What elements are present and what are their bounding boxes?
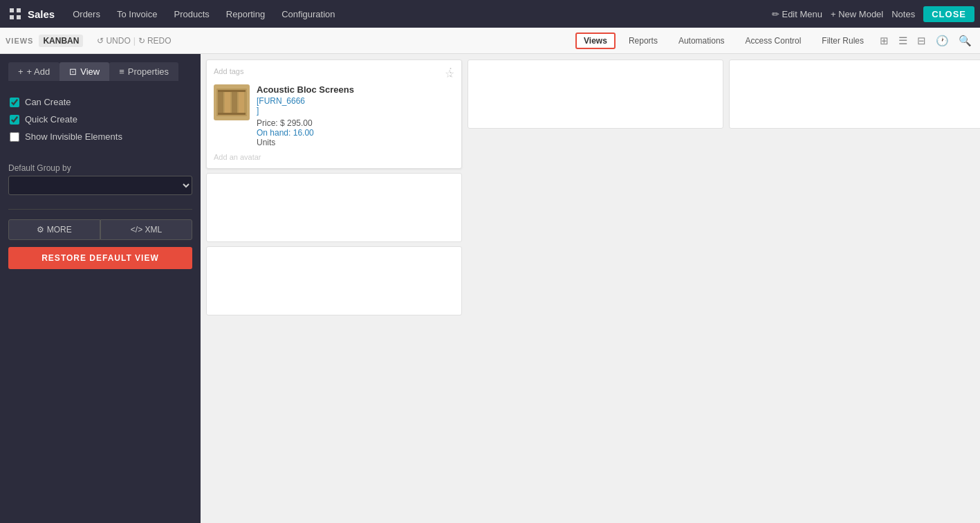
can-create-label: Can Create (25, 97, 71, 107)
nav-to-invoice[interactable]: To Invoice (110, 6, 165, 22)
show-invisible-checkbox[interactable] (10, 132, 19, 142)
xml-button[interactable]: </> XML (100, 219, 192, 240)
nav-reporting[interactable]: Reporting (219, 6, 272, 22)
app-name: Sales (28, 8, 55, 20)
kanban-column-2 (468, 59, 723, 475)
kanban-area: Add tags ⋮ ☆ (201, 54, 980, 523)
nav-configuration[interactable]: Configuration (275, 6, 342, 22)
quick-create-label: Quick Create (25, 114, 77, 125)
clock-icon[interactable]: 🕐 (933, 33, 952, 48)
views-label: VIEWS (6, 37, 33, 45)
kanban-empty-card-2 (206, 246, 462, 315)
svg-rect-7 (232, 90, 237, 115)
filter-rules-toolbar-button[interactable]: Filter Rules (814, 33, 871, 48)
default-group-by-select[interactable] (8, 176, 192, 195)
can-create-checkbox[interactable] (10, 98, 19, 107)
notes-button[interactable]: Notes (891, 9, 915, 19)
kanban-badge: KANBAN (39, 35, 83, 47)
view-icon: ⊡ (69, 66, 77, 77)
default-group-section: Default Group by (8, 149, 192, 199)
card-more-icon[interactable]: ⋮ (445, 66, 456, 78)
svg-rect-10 (218, 113, 246, 115)
nav-right: ✏ Edit Menu + New Model Notes CLOSE (772, 6, 974, 22)
toolbar-right: Views Reports Automations Access Control… (575, 33, 974, 49)
kanban-column-3 (729, 59, 980, 475)
reports-toolbar-button[interactable]: Reports (621, 33, 665, 48)
quick-create-row: Quick Create (8, 111, 192, 128)
views-toolbar-button[interactable]: Views (575, 33, 616, 49)
sidebar-tab-add[interactable]: + + Add (8, 62, 59, 81)
add-avatar-label[interactable]: Add an avatar (214, 153, 454, 161)
svg-rect-0 (10, 8, 14, 12)
edit-menu-button[interactable]: ✏ Edit Menu (772, 9, 822, 19)
close-button[interactable]: CLOSE (923, 6, 974, 22)
access-control-toolbar-button[interactable]: Access Control (738, 33, 809, 48)
can-create-row: Can Create (8, 93, 192, 111)
quick-create-checkbox[interactable] (10, 115, 19, 125)
search-icon[interactable]: 🔍 (956, 33, 974, 48)
card-title: Acoustic Bloc Screens (257, 84, 454, 95)
kanban-card-acoustic[interactable]: Add tags ⋮ ☆ (206, 59, 462, 169)
svg-rect-3 (17, 15, 21, 19)
card-ref: [FURN_6666 ] (257, 96, 454, 116)
on-hand-value: 16.00 (293, 128, 314, 138)
card-price: Price: $ 295.00 (257, 118, 454, 128)
new-model-button[interactable]: + New Model (831, 9, 883, 19)
more-button[interactable]: ⚙ MORE (8, 219, 100, 240)
svg-rect-5 (218, 90, 223, 115)
card-info: Acoustic Bloc Screens [FURN_6666 ] Price… (257, 84, 454, 147)
sidebar-tabs: + + Add ⊡ View ≡ Properties (8, 62, 192, 81)
top-navigation: Sales Orders To Invoice Products Reporti… (0, 0, 980, 28)
kanban-column-1: Add tags ⋮ ☆ (206, 59, 462, 475)
card-on-hand: On hand: 16.00 (257, 128, 454, 138)
sidebar-checkboxes: Can Create Quick Create Show Invisible E… (8, 89, 192, 149)
svg-rect-9 (218, 90, 246, 92)
second-toolbar: VIEWS KANBAN ↺ UNDO | ↻ REDO Views Repor… (0, 28, 980, 54)
app-grid-icon[interactable] (6, 4, 25, 24)
svg-rect-8 (239, 90, 244, 115)
undo-button[interactable]: ↺ UNDO (97, 36, 130, 46)
restore-default-view-button[interactable]: RESTORE DEFAULT VIEW (8, 247, 192, 269)
nav-products[interactable]: Products (167, 6, 216, 22)
kanban-empty-card-3 (468, 59, 723, 129)
plus-icon: + (18, 66, 24, 77)
left-sidebar: + + Add ⊡ View ≡ Properties Can Create Q… (0, 54, 201, 523)
main-layout: + + Add ⊡ View ≡ Properties Can Create Q… (0, 54, 980, 523)
card-product-image (214, 84, 250, 120)
kanban-columns: Add tags ⋮ ☆ (206, 59, 974, 517)
nav-orders[interactable]: Orders (66, 6, 107, 22)
show-invisible-row: Show Invisible Elements (8, 128, 192, 145)
list-view-icon[interactable]: ☰ (896, 33, 910, 48)
redo-button[interactable]: ↻ REDO (138, 36, 172, 46)
toolbar-icons: ⊞ ☰ ⊟ 🕐 🔍 (877, 33, 974, 48)
kanban-view-icon[interactable]: ⊞ (877, 33, 891, 48)
sidebar-tab-view[interactable]: ⊡ View (59, 62, 109, 81)
pivot-view-icon[interactable]: ⊟ (914, 33, 929, 48)
nav-items: Orders To Invoice Products Reporting Con… (66, 6, 772, 22)
show-invisible-label: Show Invisible Elements (25, 131, 122, 142)
svg-rect-6 (225, 90, 230, 115)
svg-rect-1 (17, 8, 21, 12)
undo-redo-group: ↺ UNDO | ↻ REDO (97, 36, 171, 46)
default-group-by-label: Default Group by (8, 163, 192, 173)
card-top: Add tags ⋮ ☆ (214, 67, 454, 80)
kanban-empty-card-4 (729, 59, 980, 129)
sidebar-tab-properties[interactable]: ≡ Properties (109, 62, 178, 81)
sidebar-divider (8, 209, 192, 210)
sidebar-action-buttons: ⚙ MORE </> XML (8, 219, 192, 240)
add-tags-label[interactable]: Add tags (214, 67, 243, 75)
automations-toolbar-button[interactable]: Automations (671, 33, 732, 48)
svg-rect-2 (10, 15, 14, 19)
kanban-empty-card-1 (206, 173, 462, 242)
card-units: Units (257, 138, 454, 147)
properties-icon: ≡ (119, 66, 124, 77)
card-body: Acoustic Bloc Screens [FURN_6666 ] Price… (214, 84, 454, 147)
